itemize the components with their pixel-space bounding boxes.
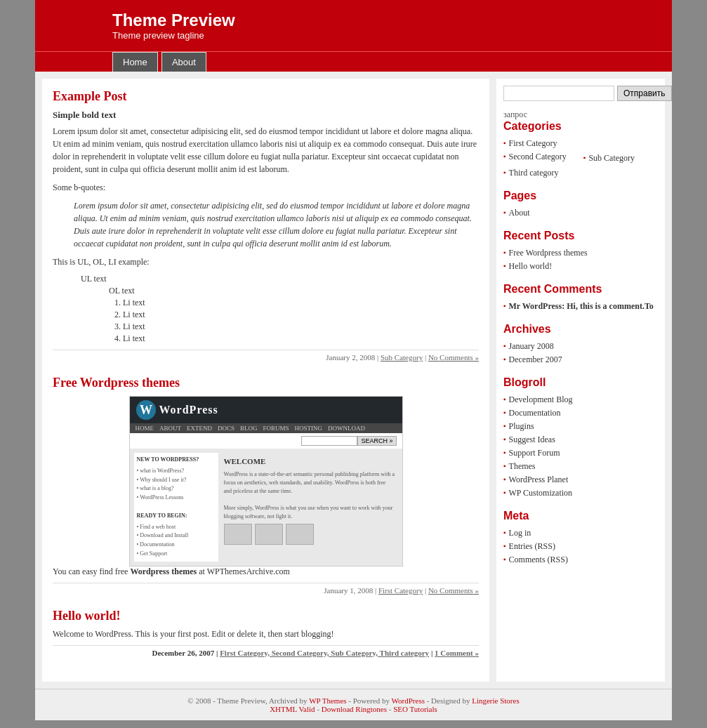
list-item: WordPress Planet	[503, 473, 658, 487]
blogroll-link[interactable]: WP Customization	[509, 488, 573, 498]
site-title: Theme Preview	[112, 11, 658, 30]
post-comments-hello[interactable]: 1 Comment »	[435, 649, 479, 657]
blogroll-link[interactable]: Development Blog	[509, 395, 573, 405]
post-cats-hello[interactable]: First Category, Second Category, Sub Cat…	[220, 649, 429, 657]
list-item: Themes	[503, 460, 658, 473]
free-text-before: You can easy find free	[53, 567, 128, 576]
list-item: Suggest Ideas	[503, 433, 658, 446]
footer-line1: © 2008 - Theme Preview, Archived by WP T…	[42, 696, 665, 705]
wp-logo-icon: W	[136, 399, 157, 421]
wordpress-screenshot: W WordPress HOME ABOUT EXTEND DOCS BLOG …	[129, 396, 403, 567]
list-item: Documentation	[503, 406, 658, 420]
wp-wordmark: WordPress	[159, 404, 218, 416]
footer-seo-link[interactable]: SEO Tutorials	[393, 705, 437, 713]
post-category-link[interactable]: Sub Category	[381, 353, 423, 362]
wp-left-link: • Get Support	[137, 550, 216, 559]
nav-home[interactable]: Home	[112, 52, 158, 72]
footer-ringtones-link[interactable]: Download Ringtones	[322, 705, 387, 713]
wp-new-section: NEW TO WORDPRESS?	[137, 456, 216, 465]
post-date-hello: December 26, 2007	[152, 649, 215, 657]
post-hello: Hello world! Welcome to WordPress. This …	[53, 609, 479, 657]
blogroll-link[interactable]: Suggest Ideas	[509, 435, 555, 445]
footer-lingerie-link[interactable]: Lingerie Stores	[472, 696, 520, 705]
list-item: Sub Category	[583, 152, 635, 165]
recent-comment: Mr WordPress: Hi, this is a comment.To	[509, 301, 654, 312]
post-meta-hello: December 26, 2007 | First Category, Seco…	[53, 645, 479, 657]
footer-wordpress-link[interactable]: WordPress	[392, 696, 425, 705]
footer-line2: XHTML Valid - Download Ringtones - SEO T…	[42, 705, 665, 713]
sub-category-link[interactable]: Sub Category	[588, 153, 635, 164]
nav-about[interactable]: About	[161, 52, 206, 72]
sidebar-pages: Pages About	[503, 190, 658, 220]
post-date-free: January 1, 2008	[324, 586, 373, 595]
list-item: Hello world!	[503, 260, 658, 273]
wp-mock-left: NEW TO WORDPRESS? • what is WordPress? •…	[134, 453, 218, 562]
category-link[interactable]: Third category	[509, 168, 559, 178]
category-link[interactable]: Second Category	[509, 152, 567, 162]
list-item: Li text	[123, 333, 479, 344]
post-link-hello[interactable]: Hello world!	[53, 609, 121, 623]
meta-link[interactable]: Log in	[509, 528, 531, 538]
list-item: Comments (RSS)	[503, 553, 658, 567]
blogroll-link[interactable]: Themes	[509, 461, 536, 472]
recent-post-link[interactable]: Free Wordpress themes	[509, 248, 588, 258]
wp-left-link: • Why should I use it?	[137, 476, 216, 485]
footer: © 2008 - Theme Preview, Archived by WP T…	[35, 689, 672, 720]
footer-xhtml-link[interactable]: XHTML Valid	[270, 705, 315, 713]
blogroll-link[interactable]: Support Forum	[509, 448, 560, 458]
meta-link[interactable]: Comments (RSS)	[509, 555, 568, 565]
recent-post-link[interactable]: Hello world!	[509, 261, 553, 272]
categories-title: Categories	[503, 120, 658, 133]
wp-search-button[interactable]: SEARCH »	[357, 436, 396, 446]
wp-nav-download: DOWNLOAD	[328, 425, 365, 432]
archive-link[interactable]: January 2008	[509, 341, 554, 352]
post-comments-free[interactable]: No Comments »	[428, 586, 479, 595]
list-item: First Category	[503, 137, 658, 150]
list-item: Second Category Sub Category	[503, 150, 658, 166]
post-category-free[interactable]: First Category	[378, 586, 423, 595]
meta-link[interactable]: Entries (RSS)	[509, 541, 555, 552]
sidebar-categories: Categories First Category Second Categor…	[503, 120, 658, 180]
sidebar-search-input[interactable]	[503, 86, 614, 101]
wp-mock-nav: HOME ABOUT EXTEND DOCS BLOG FORUMS HOSTI…	[130, 423, 402, 433]
list-item: Li text	[123, 298, 479, 308]
recent-posts-title: Recent Posts	[503, 230, 658, 242]
wp-nav-docs: DOCS	[218, 425, 234, 432]
wp-nav-extend: EXTEND	[187, 425, 212, 432]
post-title-example: Example Post	[53, 89, 479, 104]
post-free-themes: Free Wordpress themes W WordPress	[53, 376, 479, 595]
post-link-example[interactable]: Example Post	[53, 89, 127, 103]
blogroll-link[interactable]: Documentation	[509, 408, 561, 418]
main-content: Example Post Simple bold text Lorem ipsu…	[42, 79, 489, 682]
site-tagline: Theme preview tagline	[112, 30, 658, 41]
free-text-strong: Wordpress themes	[130, 567, 197, 576]
list-item: Development Blog	[503, 393, 658, 406]
blogroll-link[interactable]: WordPress Planet	[509, 475, 569, 485]
wp-nav-home: HOME	[136, 425, 154, 432]
list-item: Mr WordPress: Hi, this is a comment.To	[503, 300, 658, 313]
wp-left-link: • Documentation	[137, 541, 216, 550]
sidebar: Отправить запрос Categories First Catego…	[496, 79, 665, 682]
sidebar-search-button[interactable]: Отправить	[617, 86, 672, 101]
wp-left-link: • WordPress Lessons	[137, 494, 216, 503]
post-body-hello: Welcome to WordPress. This is your first…	[53, 629, 479, 640]
archive-link[interactable]: December 2007	[509, 355, 562, 365]
free-text-after: at WPThemesArchive.com	[199, 567, 290, 576]
wp-nav-blog: BLOG	[240, 425, 258, 432]
post-link-free[interactable]: Free Wordpress themes	[53, 376, 180, 390]
footer-wp-themes-link[interactable]: WP Themes	[309, 696, 346, 705]
sidebar-meta: Meta Log in Entries (RSS) Comments (RSS)	[503, 510, 658, 567]
post-body-example: Lorem ipsum dolor sit amet, consectetur …	[53, 125, 479, 176]
search-label: запрос	[503, 110, 658, 120]
footer-sep1: -	[317, 705, 319, 713]
blogroll-title: Blogroll	[503, 376, 658, 389]
post-comments-link[interactable]: No Comments »	[428, 353, 479, 362]
wp-thumb-1	[224, 524, 252, 545]
category-link[interactable]: First Category	[509, 138, 557, 149]
footer-powered: - Powered by	[348, 696, 390, 705]
wp-search-input[interactable]	[301, 436, 357, 446]
wp-ready-section: READY TO BEGIN:	[137, 512, 216, 521]
page-link[interactable]: About	[509, 208, 530, 218]
blogroll-link[interactable]: Plugins	[509, 421, 534, 432]
comment-author: Mr WordPress:	[509, 301, 565, 311]
